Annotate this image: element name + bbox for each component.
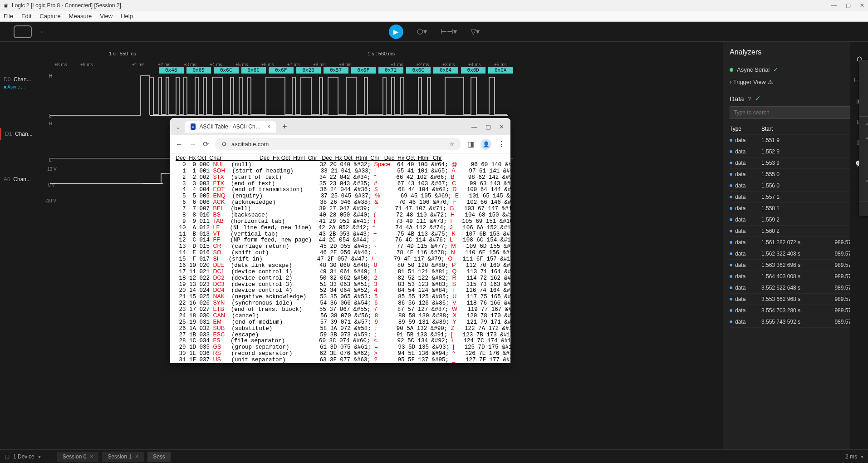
table-row[interactable]: data1.551 9	[730, 135, 862, 146]
marker-tool-icon[interactable]: ▽▾	[471, 27, 480, 36]
play-button[interactable]: ▶	[389, 25, 403, 39]
statusbar: ▢ 1 Device▾ Session 0× Session 1× Sess 2…	[0, 449, 868, 463]
menu-item[interactable]: Restart	[859, 88, 868, 102]
menu-item[interactable]: ✓Stream to Terminal	[859, 117, 868, 131]
data-table: TypeStart data1.551 9data1.552 9data1.55…	[730, 123, 862, 328]
device-count[interactable]: 1 Device	[13, 453, 34, 460]
table-row[interactable]: data1.553 9	[730, 158, 862, 169]
zoom-level[interactable]: 2 ms	[845, 453, 857, 460]
channel-a0[interactable]: A0 Chan...	[0, 173, 48, 185]
channel-d0[interactable]: D0 Chan... ■ Async ...	[0, 74, 48, 92]
reload-icon[interactable]: ⟳	[203, 140, 209, 148]
device-icon[interactable]: ›	[14, 25, 43, 38]
url-bar[interactable]: ⚙asciitable.com☆	[215, 138, 461, 150]
menu-item[interactable]: Delete	[859, 102, 868, 116]
profile-icon[interactable]: 👤	[481, 139, 491, 150]
table-row[interactable]: data1.564 403 008 s989.576 µs	[730, 271, 862, 282]
close-icon[interactable]: ✕	[860, 2, 864, 9]
menu-help[interactable]: Help	[121, 13, 133, 20]
data-title: Data	[730, 95, 744, 103]
table-row[interactable]: data3.553 662 968 s989.576 µs	[730, 294, 862, 305]
app-icon: ◉	[4, 2, 8, 9]
menu-capture[interactable]: Capture	[39, 13, 60, 20]
favicon-icon: a	[191, 123, 196, 130]
session-tab[interactable]: Session 1×	[102, 452, 144, 462]
menu-item[interactable]: Decimal	[859, 159, 868, 173]
toolbar: › ▶ ⬡▾ ⊢⊣▾ ▽▾	[0, 22, 868, 42]
menubar: File Edit Capture Measure View Help	[0, 11, 868, 22]
context-menu: Edit...Select ColorRestartDelete✓Stream …	[859, 60, 868, 216]
measure-tool-icon[interactable]: ⊢⊣▾	[441, 27, 457, 36]
back-icon[interactable]: ←	[176, 140, 183, 148]
tab-dropdown-icon[interactable]: ⌄	[173, 123, 183, 130]
menu-item[interactable]: Edit...	[859, 60, 868, 74]
table-row[interactable]: data1.556 0	[730, 180, 862, 192]
table-row[interactable]: data1.558 1	[730, 203, 862, 214]
table-row[interactable]: data1.561 282 072 s989.576 µs	[730, 237, 862, 248]
status-dot-icon	[730, 68, 733, 72]
menu-edit[interactable]: Edit	[21, 13, 31, 20]
session-tab[interactable]: Sess	[147, 452, 171, 462]
table-row[interactable]: data3.554 703 280 s989.576 µs	[730, 305, 862, 316]
analyzers-panel: Analyzers+ Async Serial✓⋮ › Trigger View…	[723, 42, 868, 449]
titlebar: ◉ Logic 2 [Logic Pro 8 - Connected] [Ses…	[0, 0, 868, 11]
search-input[interactable]	[730, 106, 862, 119]
time-marker: 1 s : 560 ms	[368, 51, 395, 56]
menu-item[interactable]: ✓Hexadecimal	[859, 173, 868, 187]
new-tab-icon[interactable]: +	[278, 122, 292, 132]
trigger-view[interactable]: › Trigger View ⚠	[730, 76, 862, 88]
browser-tab[interactable]: a ASCII Table - ASCII Character C ×	[185, 121, 276, 133]
session-tab[interactable]: Session 0×	[57, 452, 99, 462]
browser-window[interactable]: ⌄ a ASCII Table - ASCII Character C × + …	[170, 118, 510, 363]
table-row[interactable]: data1.559 2	[730, 214, 862, 226]
decoded-bytes: 0x480x65 0x6C0x6C 0x6F0x20 0x570x6F 0x72…	[159, 67, 513, 74]
table-row[interactable]: data1.560 2	[730, 226, 862, 237]
table-row[interactable]: data1.552 9	[730, 146, 862, 158]
minimize-icon[interactable]: —	[471, 123, 477, 130]
maximize-icon[interactable]: ▢	[846, 2, 851, 9]
hex-tool-icon[interactable]: ⬡▾	[417, 27, 427, 36]
table-row[interactable]: data1.557 1	[730, 192, 862, 203]
menu-item[interactable]: Binary	[859, 145, 868, 159]
menu-item[interactable]: Select Color	[859, 74, 868, 88]
check-icon: ✓	[755, 94, 761, 103]
panel-icon[interactable]: ◨	[467, 140, 474, 148]
signal-pulses	[150, 76, 508, 116]
time-ruler: 1 s : 550 ms 1 s : 560 ms +8 ms +9 ms +1…	[50, 51, 723, 69]
maximize-icon[interactable]: ▢	[485, 123, 491, 130]
device-icon: ▢	[5, 453, 10, 460]
window-title: Logic 2 [Logic Pro 8 - Connected] [Sessi…	[12, 2, 121, 9]
menu-item[interactable]: ✓Show in Data Table	[859, 131, 868, 145]
time-marker: 1 s : 550 ms	[109, 51, 136, 56]
forward-icon[interactable]: →	[189, 140, 196, 148]
menu-icon[interactable]: ⋮	[498, 140, 505, 148]
table-row[interactable]: data1.555 0	[730, 169, 862, 180]
menu-item[interactable]: Ascii	[859, 187, 868, 202]
analyzer-item[interactable]: Async Serial✓⋮	[730, 64, 862, 76]
menu-measure[interactable]: Measure	[69, 13, 92, 20]
help-icon[interactable]: ?	[748, 95, 751, 103]
analyzers-title: Analyzers	[730, 48, 761, 56]
table-row[interactable]: data3.555 743 592 s989.576 µs	[730, 316, 862, 328]
close-icon[interactable]: ✕	[499, 123, 504, 130]
menu-file[interactable]: File	[4, 13, 13, 20]
ascii-table-content: Dec Hx Oct Char Dec Hx Oct Html Chr Dec …	[170, 153, 510, 363]
table-row[interactable]: data1.562 322 408 s989.576 µs	[730, 248, 862, 260]
minimize-icon[interactable]: —	[831, 2, 837, 9]
menu-view[interactable]: View	[100, 13, 113, 20]
table-row[interactable]: data3.552 622 648 s989.576 µs	[730, 282, 862, 294]
check-icon: ✓	[773, 66, 778, 73]
menu-item[interactable]: Export to TXT/CSV	[859, 202, 868, 216]
table-row[interactable]: data1.563 362 696 s989.576 µs	[730, 260, 862, 271]
close-tab-icon[interactable]: ×	[267, 123, 270, 130]
channel-d1[interactable]: D1 Chan...	[0, 128, 48, 140]
